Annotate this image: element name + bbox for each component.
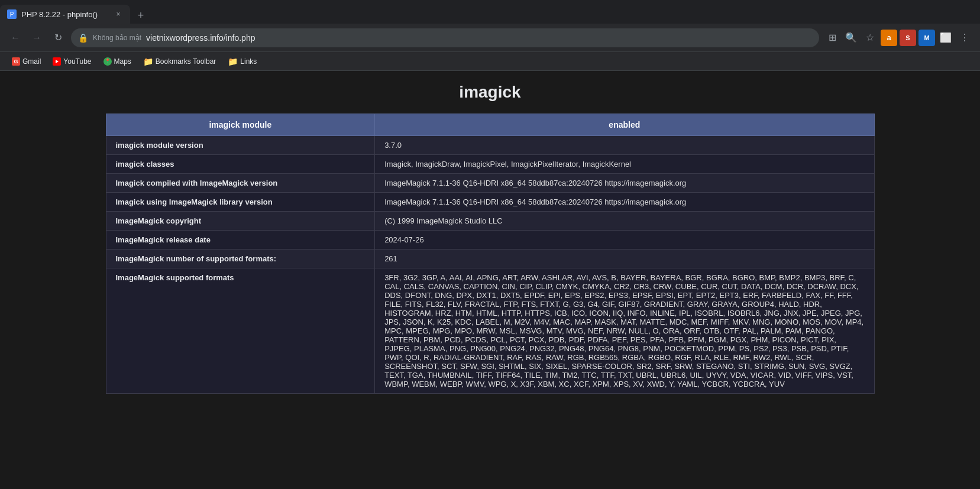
bookmark-youtube-label: YouTube xyxy=(63,57,91,66)
bookmark-maps[interactable]: 📍 Maps xyxy=(99,56,136,67)
tab-bar: P PHP 8.2.22 - phpinfo() × + xyxy=(0,0,980,24)
table-cell-label: Imagick compiled with ImageMagick versio… xyxy=(106,174,375,193)
table-cell-value: (C) 1999 ImageMagick Studio LLC xyxy=(375,212,874,231)
profile-a-button[interactable]: a xyxy=(881,30,897,46)
svg-marker-0 xyxy=(56,60,59,63)
reload-button[interactable]: ↻ xyxy=(50,30,66,46)
translate-button[interactable]: ⊞ xyxy=(824,30,840,46)
content-wrapper: imagick module enabled imagick module ve… xyxy=(0,114,980,406)
table-row: Imagick compiled with ImageMagick versio… xyxy=(106,174,874,193)
table-header-right: enabled xyxy=(375,114,874,136)
not-secure-label: Không bảo mật xyxy=(93,34,141,42)
navigation-bar: ← → ↻ 🔒 Không bảo mật vietnixwordpress.i… xyxy=(0,24,980,52)
forward-button[interactable]: → xyxy=(28,30,45,46)
table-cell-value: ImageMagick 7.1.1-36 Q16-HDRI x86_64 58d… xyxy=(375,174,874,193)
bookmark-gmail[interactable]: G Gmail xyxy=(7,56,46,67)
table-cell-value: 2024-07-26 xyxy=(375,231,874,250)
browser-window: P PHP 8.2.22 - phpinfo() × + ← → ↻ 🔒 Khô… xyxy=(0,0,980,489)
table-cell-value: 3.7.0 xyxy=(375,136,874,155)
bookmark-maps-label: Maps xyxy=(114,57,131,66)
table-cell-label: imagick module version xyxy=(106,136,375,155)
table-cell-label: imagick classes xyxy=(106,155,375,174)
table-row: imagick module version3.7.0 xyxy=(106,136,874,155)
table-cell-label: Imagick using ImageMagick library versio… xyxy=(106,193,375,212)
table-header-left: imagick module xyxy=(106,114,375,136)
maps-favicon: 📍 xyxy=(104,57,112,66)
youtube-favicon xyxy=(53,57,61,66)
back-button[interactable]: ← xyxy=(7,30,24,46)
table-cell-label: ImageMagick release date xyxy=(106,231,375,250)
table-cell-label: ImageMagick copyright xyxy=(106,212,375,231)
table-cell-value: Imagick, ImagickDraw, ImagickPixel, Imag… xyxy=(375,155,874,174)
profile-m-button[interactable]: M xyxy=(918,30,935,46)
table-cell-value: 3FR, 3G2, 3GP, A, AAI, AI, APNG, ART, AR… xyxy=(375,268,874,394)
table-cell-label: ImageMagick number of supported formats: xyxy=(106,250,375,268)
bookmark-links-label: Links xyxy=(240,57,257,66)
bookmarks-toolbar-folder-icon: 📁 xyxy=(143,57,153,66)
extensions-button[interactable]: ⬜ xyxy=(937,30,954,46)
links-folder-icon: 📁 xyxy=(228,57,238,66)
table-cell-value: ImageMagick 7.1.1-36 Q16-HDRI x86_64 58d… xyxy=(375,193,874,212)
new-tab-button[interactable]: + xyxy=(132,7,149,24)
table-row: ImageMagick supported formats3FR, 3G2, 3… xyxy=(106,268,874,394)
table-row: imagick classesImagick, ImagickDraw, Ima… xyxy=(106,155,874,174)
bookmark-links[interactable]: 📁 Links xyxy=(223,56,261,67)
profile-s-button[interactable]: S xyxy=(900,30,916,46)
info-table: imagick module enabled imagick module ve… xyxy=(106,114,875,394)
bookmarks-bar: G Gmail YouTube 📍 Maps 📁 Bookmarks Toolb… xyxy=(0,52,980,71)
bookmark-button[interactable]: ☆ xyxy=(862,30,878,46)
table-row: ImageMagick release date2024-07-26 xyxy=(106,231,874,250)
table-row: ImageMagick copyright(C) 1999 ImageMagic… xyxy=(106,212,874,231)
zoom-button[interactable]: 🔍 xyxy=(843,30,859,46)
bookmark-bookmarks-toolbar[interactable]: 📁 Bookmarks Toolbar xyxy=(138,56,221,67)
table-cell-value: 261 xyxy=(375,250,874,268)
tab-close-button[interactable]: × xyxy=(114,9,123,19)
phpinfo-page: imagick imagick module enabled imagick m… xyxy=(0,71,980,406)
page-title: imagick xyxy=(0,71,980,114)
nav-actions: ⊞ 🔍 ☆ a S M ⬜ ⋮ xyxy=(824,30,973,46)
gmail-favicon: G xyxy=(12,57,20,66)
bookmark-bookmarks-toolbar-label: Bookmarks Toolbar xyxy=(156,57,216,66)
table-cell-label: ImageMagick supported formats xyxy=(106,268,375,394)
tab-favicon: P xyxy=(7,9,17,19)
tab-title: PHP 8.2.22 - phpinfo() xyxy=(21,10,109,19)
bookmark-youtube[interactable]: YouTube xyxy=(48,56,96,67)
menu-button[interactable]: ⋮ xyxy=(956,30,973,46)
bookmark-gmail-label: Gmail xyxy=(22,57,41,66)
active-tab[interactable]: P PHP 8.2.22 - phpinfo() × xyxy=(0,5,130,24)
address-bar[interactable]: 🔒 Không bảo mật vietnixwordpress.info/in… xyxy=(71,28,819,47)
table-row: Imagick using ImageMagick library versio… xyxy=(106,193,874,212)
page-content: imagick imagick module enabled imagick m… xyxy=(0,71,980,489)
url-text: vietnixwordpress.info/info.php xyxy=(146,33,812,43)
table-row: ImageMagick number of supported formats:… xyxy=(106,250,874,268)
security-icon: 🔒 xyxy=(78,33,88,43)
